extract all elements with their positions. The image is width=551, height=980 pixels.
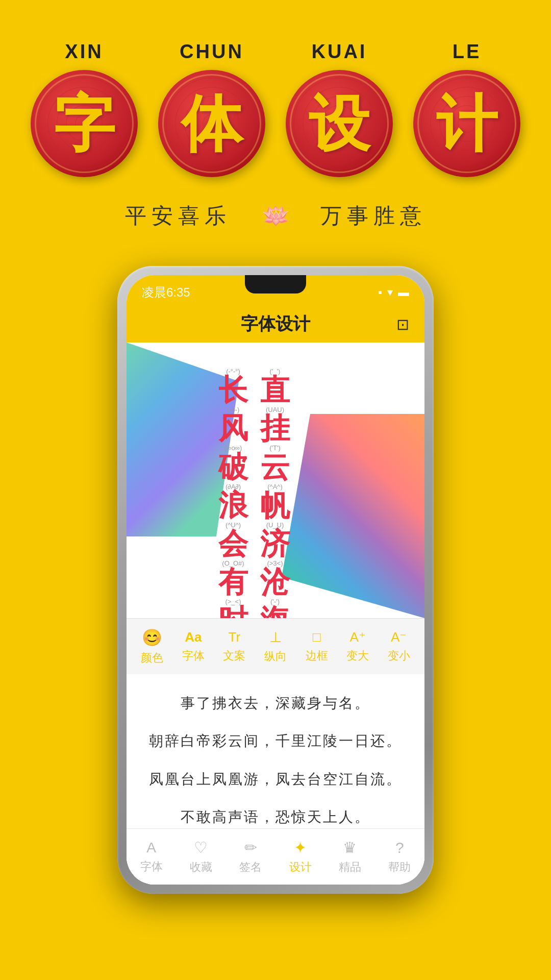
app-title: 字体设计: [241, 312, 310, 336]
list-item-0: 事了拂衣去，深藏身与名。: [147, 684, 404, 722]
list-item-2: 凤凰台上凤凰游，凤去台空江自流。: [147, 761, 404, 798]
char-4-1: 会: [218, 529, 248, 560]
pinyin-label-kuai: KUAI: [312, 41, 367, 63]
nav-design[interactable]: ✦ 设计: [289, 839, 312, 875]
toolbar-font[interactable]: Aa 字体: [182, 629, 205, 664]
bigger-icon: A⁺: [349, 629, 365, 645]
subtitle-left: 平安喜乐: [125, 202, 231, 230]
text-icon: Tr: [229, 629, 241, 645]
nav-font-icon: A: [146, 840, 156, 856]
chinese-char-chun: 体: [181, 93, 242, 154]
nav-signature-icon: ✏: [244, 839, 257, 856]
nav-favorites-label: 收藏: [190, 860, 212, 875]
char-0-1: 长: [218, 375, 248, 406]
char-5-2: 沧: [260, 567, 290, 598]
color-label: 颜色: [141, 650, 163, 666]
nav-help-label: 帮助: [388, 860, 411, 875]
pinyin-row: XIN 字 CHUN 体 KUAI 设 LE 计: [20, 41, 531, 177]
char-2-1: 破: [218, 452, 248, 483]
nav-favorites[interactable]: ♡ 收藏: [190, 839, 212, 875]
chinese-circle-le: 计: [413, 70, 520, 177]
nav-premium[interactable]: ♛ 精品: [339, 839, 361, 875]
wifi-icon: ▾: [387, 286, 393, 299]
nav-favorites-icon: ♡: [194, 839, 208, 856]
subtitle-row: 平安喜乐 🪷 万事胜意: [20, 202, 531, 230]
char-4-2: 济: [260, 529, 290, 560]
text-label: 文案: [223, 648, 245, 664]
pinyin-label-xin: XIN: [65, 41, 103, 63]
battery-icon: ▬: [398, 286, 409, 299]
nav-font-label: 字体: [140, 859, 163, 874]
swirl-right-decoration: [282, 414, 424, 618]
chinese-circle-chun: 体: [158, 70, 265, 177]
char-3-2: 帆: [260, 491, 290, 522]
toolbar-vertical[interactable]: ⊥ 纵向: [264, 629, 287, 664]
app-toolbar: 😊 颜色 Aa 字体 Tr 文案 ⊥ 纵向 □ 边框: [127, 618, 424, 674]
toolbar-smaller[interactable]: A⁻ 变小: [388, 629, 410, 664]
pinyin-label-chun: CHUN: [180, 41, 244, 63]
nav-font[interactable]: A 字体: [140, 840, 163, 874]
nav-premium-icon: ♛: [343, 839, 357, 856]
bottom-nav: A 字体 ♡ 收藏 ✏ 签名 ✦ 设计 ♛ 精品: [127, 828, 424, 885]
font-icon: Aa: [185, 629, 202, 645]
char-6-2: 海: [260, 605, 290, 618]
toolbar-bigger[interactable]: A⁺ 变大: [346, 629, 369, 664]
font-label: 字体: [182, 648, 205, 664]
smaller-icon: A⁻: [391, 629, 407, 645]
chinese-circle-xin: 字: [31, 70, 138, 177]
phone-outer: 凌晨6:35 ▪ ▾ ▬ 字体设计 ⊡: [117, 266, 434, 894]
nav-design-label: 设计: [289, 860, 312, 875]
chinese-circle-kuai: 设: [286, 70, 393, 177]
toolbar-border[interactable]: □ 边框: [306, 629, 328, 664]
char-5-1: 有: [218, 567, 248, 598]
pinyin-item-chun: CHUN 体: [156, 41, 268, 177]
phone-notch: [245, 275, 306, 293]
list-item-1: 朝辞白帝彩云间，千里江陵一日还。: [147, 722, 404, 760]
chinese-char-le: 计: [436, 93, 497, 154]
phone-inner: 凌晨6:35 ▪ ▾ ▬ 字体设计 ⊡: [127, 275, 424, 885]
nav-design-icon: ✦: [294, 839, 307, 856]
bigger-label: 变大: [346, 648, 369, 664]
char-3-1: 浪: [218, 491, 248, 522]
lotus-icon: 🪷: [262, 203, 290, 229]
subtitle-right: 万事胜意: [320, 202, 427, 230]
border-label: 边框: [306, 648, 328, 664]
vertical-label: 纵向: [264, 649, 287, 664]
poetry-text: (-°-°) 长 (-o-) 风 (∞o∞) 破 (∂A∂) 浪 (^U^) 会: [218, 368, 290, 618]
nav-help[interactable]: ? 帮助: [388, 839, 411, 875]
phone-section: 凌晨6:35 ▪ ▾ ▬ 字体设计 ⊡: [0, 251, 551, 894]
char-0-2: 直: [260, 375, 290, 406]
nav-help-icon: ?: [395, 839, 404, 856]
chinese-char-kuai: 设: [309, 93, 370, 154]
status-icons: ▪ ▾ ▬: [378, 286, 409, 299]
edit-icon[interactable]: ⊡: [396, 315, 409, 333]
nav-signature[interactable]: ✏ 签名: [239, 839, 262, 875]
status-time: 凌晨6:35: [142, 284, 190, 301]
vertical-icon: ⊥: [269, 629, 282, 646]
pinyin-item-xin: XIN 字: [28, 41, 140, 177]
char-2-2: 云: [260, 452, 290, 483]
char-6-1: 时: [218, 605, 248, 618]
pinyin-item-le: LE 计: [411, 41, 523, 177]
toolbar-color[interactable]: 😊 颜色: [141, 628, 163, 666]
pinyin-label-le: LE: [453, 41, 482, 63]
color-icon: 😊: [142, 628, 162, 647]
app-content: (-°-°) 长 (-o-) 风 (∞o∞) 破 (∂A∂) 浪 (^U^) 会: [127, 342, 424, 618]
signal-icon: ▪: [378, 286, 382, 299]
toolbar-text[interactable]: Tr 文案: [223, 629, 245, 664]
smaller-label: 变小: [388, 648, 410, 664]
app-header: 字体设计 ⊡: [127, 306, 424, 342]
char-1-1: 风: [218, 413, 248, 445]
char-1-2: 挂: [260, 413, 290, 445]
nav-premium-label: 精品: [339, 860, 361, 875]
nav-signature-label: 签名: [239, 860, 262, 875]
border-icon: □: [313, 629, 321, 645]
content-image-area: (-°-°) 长 (-o-) 风 (∞o∞) 破 (∂A∂) 浪 (^U^) 会: [127, 342, 424, 618]
pinyin-item-kuai: KUAI 设: [283, 41, 395, 177]
chinese-char-xin: 字: [54, 93, 115, 154]
top-section: XIN 字 CHUN 体 KUAI 设 LE 计: [0, 0, 551, 251]
